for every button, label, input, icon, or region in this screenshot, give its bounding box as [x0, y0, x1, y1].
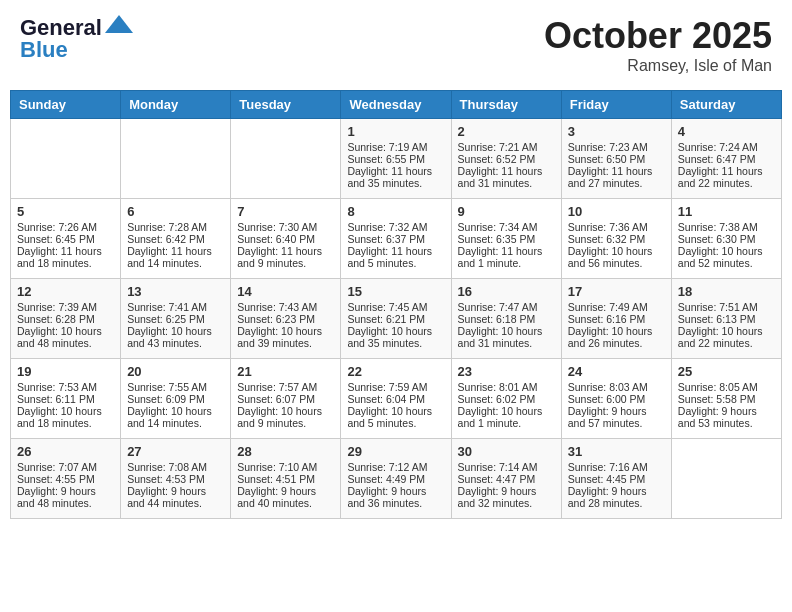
day-info-line: and 5 minutes.: [347, 257, 444, 269]
day-number-16: 16: [458, 284, 555, 299]
day-number-25: 25: [678, 364, 775, 379]
day-info-line: and 28 minutes.: [568, 497, 665, 509]
day-info-line: Sunrise: 7:55 AM: [127, 381, 224, 393]
day-info-line: Sunrise: 7:59 AM: [347, 381, 444, 393]
day-info-line: Sunset: 6:11 PM: [17, 393, 114, 405]
day-info-line: Daylight: 9 hours: [568, 485, 665, 497]
calendar-location: Ramsey, Isle of Man: [544, 57, 772, 75]
day-info-line: Sunrise: 7:32 AM: [347, 221, 444, 233]
day-info-line: Sunrise: 7:49 AM: [568, 301, 665, 313]
day-info-line: Daylight: 11 hours: [237, 245, 334, 257]
calendar-cell-w3-d1: 13Sunrise: 7:41 AMSunset: 6:25 PMDayligh…: [121, 279, 231, 359]
calendar-cell-w5-d2: 28Sunrise: 7:10 AMSunset: 4:51 PMDayligh…: [231, 439, 341, 519]
day-info-line: and 27 minutes.: [568, 177, 665, 189]
day-info-line: Daylight: 10 hours: [237, 405, 334, 417]
day-number-10: 10: [568, 204, 665, 219]
calendar-cell-w3-d3: 15Sunrise: 7:45 AMSunset: 6:21 PMDayligh…: [341, 279, 451, 359]
day-info-line: Sunset: 6:37 PM: [347, 233, 444, 245]
day-info-line: Sunrise: 7:14 AM: [458, 461, 555, 473]
day-info-line: Sunset: 6:52 PM: [458, 153, 555, 165]
calendar-cell-w4-d2: 21Sunrise: 7:57 AMSunset: 6:07 PMDayligh…: [231, 359, 341, 439]
day-number-27: 27: [127, 444, 224, 459]
day-info-line: Sunset: 4:49 PM: [347, 473, 444, 485]
day-info-line: Daylight: 11 hours: [347, 245, 444, 257]
day-info-line: Sunset: 6:09 PM: [127, 393, 224, 405]
calendar-cell-w3-d0: 12Sunrise: 7:39 AMSunset: 6:28 PMDayligh…: [11, 279, 121, 359]
day-info-line: Sunrise: 7:41 AM: [127, 301, 224, 313]
day-number-14: 14: [237, 284, 334, 299]
calendar-cell-w1-d5: 3Sunrise: 7:23 AMSunset: 6:50 PMDaylight…: [561, 119, 671, 199]
day-number-21: 21: [237, 364, 334, 379]
day-info-line: and 44 minutes.: [127, 497, 224, 509]
calendar-cell-w2-d0: 5Sunrise: 7:26 AMSunset: 6:45 PMDaylight…: [11, 199, 121, 279]
day-info-line: Sunset: 4:55 PM: [17, 473, 114, 485]
day-number-13: 13: [127, 284, 224, 299]
day-info-line: Sunset: 6:02 PM: [458, 393, 555, 405]
day-info-line: and 43 minutes.: [127, 337, 224, 349]
day-info-line: Sunset: 4:53 PM: [127, 473, 224, 485]
header-friday: Friday: [561, 91, 671, 119]
day-info-line: Sunset: 6:23 PM: [237, 313, 334, 325]
day-number-20: 20: [127, 364, 224, 379]
calendar-cell-w4-d6: 25Sunrise: 8:05 AMSunset: 5:58 PMDayligh…: [671, 359, 781, 439]
day-info-line: Sunrise: 7:30 AM: [237, 221, 334, 233]
calendar-cell-w1-d1: [121, 119, 231, 199]
day-info-line: Daylight: 9 hours: [17, 485, 114, 497]
day-info-line: Sunset: 6:07 PM: [237, 393, 334, 405]
day-number-24: 24: [568, 364, 665, 379]
day-info-line: Daylight: 11 hours: [347, 165, 444, 177]
day-info-line: Sunset: 4:51 PM: [237, 473, 334, 485]
calendar-cell-w3-d5: 17Sunrise: 7:49 AMSunset: 6:16 PMDayligh…: [561, 279, 671, 359]
day-info-line: Sunrise: 7:08 AM: [127, 461, 224, 473]
day-info-line: Sunrise: 7:57 AM: [237, 381, 334, 393]
page-header: General Blue October 2025 Ramsey, Isle o…: [10, 10, 782, 80]
day-info-line: Sunset: 6:18 PM: [458, 313, 555, 325]
calendar-cell-w2-d3: 8Sunrise: 7:32 AMSunset: 6:37 PMDaylight…: [341, 199, 451, 279]
day-info-line: and 1 minute.: [458, 417, 555, 429]
day-number-29: 29: [347, 444, 444, 459]
day-number-12: 12: [17, 284, 114, 299]
day-info-line: and 35 minutes.: [347, 337, 444, 349]
calendar-cell-w5-d0: 26Sunrise: 7:07 AMSunset: 4:55 PMDayligh…: [11, 439, 121, 519]
day-number-3: 3: [568, 124, 665, 139]
calendar-cell-w5-d6: [671, 439, 781, 519]
header-sunday: Sunday: [11, 91, 121, 119]
day-number-5: 5: [17, 204, 114, 219]
week-row-1: 1Sunrise: 7:19 AMSunset: 6:55 PMDaylight…: [11, 119, 782, 199]
day-info-line: Daylight: 11 hours: [678, 165, 775, 177]
day-info-line: and 26 minutes.: [568, 337, 665, 349]
day-info-line: Daylight: 9 hours: [127, 485, 224, 497]
day-info-line: and 14 minutes.: [127, 417, 224, 429]
day-info-line: Sunrise: 7:19 AM: [347, 141, 444, 153]
calendar-cell-w1-d3: 1Sunrise: 7:19 AMSunset: 6:55 PMDaylight…: [341, 119, 451, 199]
day-info-line: Daylight: 10 hours: [17, 325, 114, 337]
header-saturday: Saturday: [671, 91, 781, 119]
day-info-line: Daylight: 10 hours: [127, 405, 224, 417]
day-info-line: Sunrise: 7:36 AM: [568, 221, 665, 233]
day-info-line: Sunset: 6:35 PM: [458, 233, 555, 245]
day-info-line: Sunrise: 8:05 AM: [678, 381, 775, 393]
day-info-line: Daylight: 11 hours: [127, 245, 224, 257]
day-info-line: and 1 minute.: [458, 257, 555, 269]
day-info-line: Daylight: 10 hours: [678, 325, 775, 337]
header-tuesday: Tuesday: [231, 91, 341, 119]
day-number-2: 2: [458, 124, 555, 139]
day-info-line: Daylight: 10 hours: [568, 245, 665, 257]
calendar-cell-w1-d4: 2Sunrise: 7:21 AMSunset: 6:52 PMDaylight…: [451, 119, 561, 199]
day-info-line: Sunrise: 7:16 AM: [568, 461, 665, 473]
day-info-line: and 35 minutes.: [347, 177, 444, 189]
calendar-cell-w2-d1: 6Sunrise: 7:28 AMSunset: 6:42 PMDaylight…: [121, 199, 231, 279]
day-info-line: Sunrise: 7:28 AM: [127, 221, 224, 233]
day-info-line: Sunset: 6:28 PM: [17, 313, 114, 325]
day-info-line: Sunset: 4:45 PM: [568, 473, 665, 485]
day-info-line: Daylight: 9 hours: [237, 485, 334, 497]
day-info-line: Sunrise: 7:53 AM: [17, 381, 114, 393]
day-info-line: Sunrise: 7:10 AM: [237, 461, 334, 473]
day-info-line: Sunrise: 7:47 AM: [458, 301, 555, 313]
day-info-line: Sunset: 6:16 PM: [568, 313, 665, 325]
day-info-line: Daylight: 11 hours: [568, 165, 665, 177]
day-info-line: and 18 minutes.: [17, 417, 114, 429]
day-info-line: Daylight: 11 hours: [17, 245, 114, 257]
calendar-cell-w2-d6: 11Sunrise: 7:38 AMSunset: 6:30 PMDayligh…: [671, 199, 781, 279]
day-info-line: Sunset: 6:04 PM: [347, 393, 444, 405]
